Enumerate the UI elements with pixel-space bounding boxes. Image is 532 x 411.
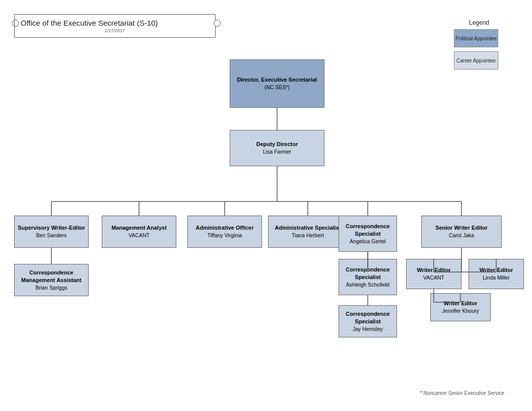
corr-spec-3-name: Jay Hemsley: [353, 325, 383, 332]
node-admin-officer: Administrative Officer Tiffany Virginia: [187, 216, 262, 248]
writer-editor-jennifer-title: Writer Editor: [444, 300, 477, 307]
supervisory-writer-name: Ben Sanders: [36, 232, 67, 239]
node-corr-spec-1: Correspondence Specialist Angelica Gerte…: [339, 216, 397, 252]
deputy-name: Lisa Farmer: [263, 148, 291, 155]
corr-spec-2-name: Ashleigh Schofield: [346, 281, 389, 288]
legend-political: Political Appointee: [454, 29, 498, 47]
admin-specialist-name: Tiana Herbert: [292, 232, 324, 239]
node-writer-editor-jennifer: Writer Editor Jennifer Khoury: [430, 293, 491, 321]
org-date: 1/17/2017: [21, 28, 209, 33]
legend: Legend Political Appointee Career Appoin…: [454, 19, 504, 74]
corr-spec-1-title: Correspondence Specialist: [342, 223, 393, 238]
supervisory-writer-title: Supervisory Writer-Editor: [18, 224, 85, 232]
writer-editor-linda-title: Writer Editor: [480, 266, 513, 274]
legend-title: Legend: [454, 19, 504, 26]
footnote: * Noncareer Senior Executive Service: [420, 390, 504, 396]
mgmt-analyst-title: Management Analyst: [111, 224, 167, 232]
deputy-title: Deputy Director: [256, 141, 298, 148]
corr-mgmt-asst-title: Correspondence Management Assistant: [18, 269, 85, 284]
title-circle-right: [214, 20, 221, 27]
writer-editor-jennifer-name: Jennifer Khoury: [442, 307, 479, 314]
node-corr-spec-2: Correspondence Specialist Ashleigh Schof…: [339, 259, 397, 295]
node-admin-specialist: Administrative Specialist Tiana Herbert: [268, 216, 348, 248]
senior-writer-editor-title: Senior Writer Editor: [435, 224, 488, 232]
node-director: Director, Executive Secretariat (NC SES*…: [230, 59, 324, 108]
corr-spec-1-name: Angelica Gertel: [350, 238, 386, 245]
director-subtitle: (NC SES*): [264, 84, 290, 91]
node-corr-spec-3: Correspondence Specialist Jay Hemsley: [339, 305, 397, 337]
writer-editor-vacant-name: VACANT: [423, 274, 444, 281]
writer-editor-linda-name: Linda Miller: [483, 274, 510, 281]
node-senior-writer-editor: Senior Writer Editor Carol Jaka: [421, 216, 502, 248]
director-title: Director, Executive Secretariat: [237, 76, 317, 84]
legend-career: Career Appointee: [454, 51, 498, 70]
writer-editor-vacant-title: Writer-Editor: [417, 266, 450, 274]
node-writer-editor-vacant: Writer-Editor VACANT: [406, 259, 461, 289]
admin-specialist-title: Administrative Specialist: [275, 224, 341, 232]
org-title: Office of the Executive Secretariat (S-1…: [21, 19, 158, 27]
admin-officer-name: Tiffany Virginia: [208, 232, 242, 239]
admin-officer-title: Administrative Officer: [196, 224, 254, 232]
senior-writer-editor-name: Carol Jaka: [449, 232, 474, 239]
corr-spec-2-title: Correspondence Specialist: [342, 266, 393, 281]
node-supervisory-writer: Supervisory Writer-Editor Ben Sanders: [14, 216, 89, 248]
node-deputy: Deputy Director Lisa Farmer: [230, 130, 324, 166]
node-writer-editor-linda: Writer Editor Linda Miller: [469, 259, 524, 289]
corr-spec-3-title: Correspondence Specialist: [342, 310, 393, 325]
node-corr-mgmt-asst: Correspondence Management Assistant Bria…: [14, 264, 89, 296]
title-box: Office of the Executive Secretariat (S-1…: [14, 14, 216, 38]
node-management-analyst: Management Analyst VACANT: [102, 216, 176, 248]
corr-mgmt-asst-name: Brian Spriggs: [35, 284, 67, 291]
mgmt-analyst-name: VACANT: [128, 232, 150, 239]
org-chart: Office of the Executive Secretariat (S-1…: [0, 0, 532, 411]
